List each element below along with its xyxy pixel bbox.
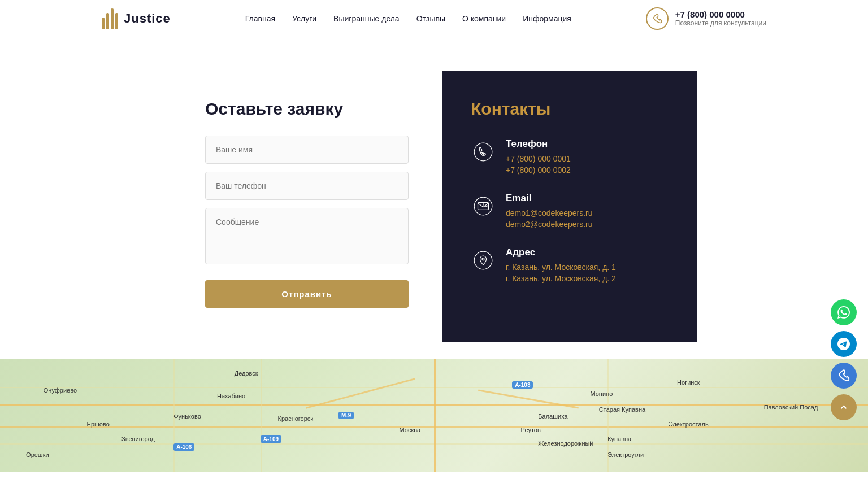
map-label-krasnogorsk: Красногорск: [278, 415, 314, 422]
map-label-elektrougli: Электроугли: [607, 451, 644, 458]
phone1-link[interactable]: +7 (800) 000 0001: [506, 154, 571, 163]
name-field-group: [205, 136, 409, 164]
logo-text: Justice: [124, 11, 171, 26]
nav-item-info[interactable]: Информация: [523, 14, 571, 23]
header-phone-number: +7 (800) 000 0000: [675, 10, 766, 19]
map-badge-m9: М-9: [338, 412, 354, 419]
address-contact-title: Адрес: [506, 247, 616, 258]
map-label-nakhabino: Нахабино: [217, 393, 245, 399]
map-label-monino: Монино: [590, 390, 613, 397]
whatsapp-button[interactable]: [831, 299, 857, 325]
phone-input[interactable]: [205, 172, 409, 200]
nav-item-about[interactable]: О компании: [462, 14, 506, 23]
map-badge-a109: А-109: [261, 435, 281, 443]
map-badge-a106: А-106: [173, 443, 194, 451]
phone-field-group: [205, 172, 409, 200]
header-contact: +7 (800) 000 0000 Позвоните для консульт…: [646, 7, 766, 30]
submit-button[interactable]: Отправить: [205, 280, 409, 308]
header-phone-subtitle: Позвоните для консультации: [675, 19, 766, 27]
map-label-dedovsk: Дедовск: [235, 370, 258, 377]
form-panel: Оставьте заявку Отправить: [171, 71, 442, 342]
contact-email-item: Email demo1@codekeepers.ru demo2@codekee…: [471, 193, 669, 231]
map-label-moscow: Москва: [400, 426, 421, 433]
contact-phone-item: Телефон +7 (800) 000 0001 +7 (800) 000 0…: [471, 138, 669, 177]
header: Justice Главная Услуги Выигранные дела О…: [0, 0, 868, 37]
map-label-reutov: Реутов: [521, 426, 541, 433]
phone-contact-icon: [471, 140, 496, 164]
call-float-button[interactable]: [831, 363, 857, 389]
phone2-link[interactable]: +7 (800) 000 0002: [506, 165, 571, 175]
address-contact-icon: [471, 248, 496, 273]
floating-buttons: [831, 299, 857, 420]
map-label-noginsk: Ногинск: [677, 379, 700, 386]
name-input[interactable]: [205, 136, 409, 164]
email-contact-icon: [471, 194, 496, 219]
contacts-title: Контакты: [471, 99, 669, 119]
map-label-oreski: Орешки: [26, 451, 49, 458]
map-label-stara-kupavna: Старая Купавна: [599, 406, 645, 413]
svg-point-0: [474, 143, 492, 161]
map-label-ershovo: Ершово: [87, 421, 110, 428]
logo[interactable]: Justice: [102, 8, 171, 29]
phone-contact-title: Телефон: [506, 138, 571, 150]
address-contact-content: Адрес г. Казань, ул. Московская, д. 1 г.…: [506, 247, 616, 285]
map-label-pavlovsky: Павловский Посад: [764, 404, 818, 411]
contact-address-item: Адрес г. Казань, ул. Московская, д. 1 г.…: [471, 247, 669, 285]
map-label-funkovo: Фуньково: [173, 413, 201, 420]
map-badge-a103: А-103: [512, 381, 533, 389]
nav-item-services[interactable]: Услуги: [292, 14, 316, 23]
contacts-panel: Контакты Телефон +7 (800) 000 0001 +7 (8…: [442, 71, 697, 342]
map-background: Дедовск Нахабино Красногорск Москва Бала…: [0, 359, 868, 472]
map-label-elektrostal: Электросталь: [669, 421, 709, 428]
map-label-balashikha: Балашиха: [538, 413, 567, 420]
phone-contact-content: Телефон +7 (800) 000 0001 +7 (800) 000 0…: [506, 138, 571, 177]
svg-point-1: [474, 197, 492, 215]
main-section: Оставьте заявку Отправить Контакты Телеф…: [0, 37, 868, 342]
email1-link[interactable]: demo1@codekeepers.ru: [506, 208, 593, 217]
map-label-zvenigorod: Звенигород: [121, 435, 155, 442]
nav-item-home[interactable]: Главная: [245, 14, 275, 23]
telegram-button[interactable]: [831, 331, 857, 357]
map-label-kupavna: Купавна: [607, 435, 631, 442]
nav-item-reviews[interactable]: Отзывы: [416, 14, 445, 23]
nav-item-cases[interactable]: Выигранные дела: [333, 14, 400, 23]
map-label-zheldor: Железнодорожный: [538, 440, 593, 447]
logo-icon: [102, 8, 118, 29]
message-field-group: [205, 208, 409, 267]
main-nav: Главная Услуги Выигранные дела Отзывы О …: [245, 14, 571, 23]
form-title: Оставьте заявку: [205, 99, 409, 119]
email-contact-title: Email: [506, 193, 593, 204]
svg-point-5: [482, 258, 484, 260]
email2-link[interactable]: demo2@codekeepers.ru: [506, 220, 593, 229]
scroll-up-button[interactable]: [831, 394, 857, 420]
address2-text: г. Казань, ул. Московская, д. 2: [506, 274, 616, 283]
address1-text: г. Казань, ул. Московская, д. 1: [506, 263, 616, 272]
header-phone-icon: [646, 7, 669, 30]
header-contact-info: +7 (800) 000 0000 Позвоните для консульт…: [675, 10, 766, 27]
email-contact-content: Email demo1@codekeepers.ru demo2@codekee…: [506, 193, 593, 231]
map-label-onufrevo: Онуфриево: [44, 387, 77, 394]
message-input[interactable]: [205, 208, 409, 264]
map-section: Дедовск Нахабино Красногорск Москва Бала…: [0, 359, 868, 472]
